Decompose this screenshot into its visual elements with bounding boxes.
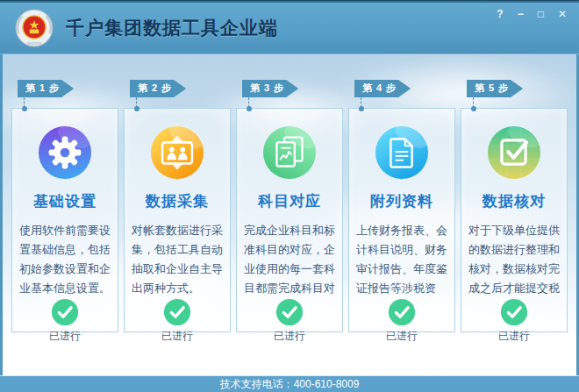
titlebar: 千户集团数据工具企业端 ? − □ ✕	[0, 1, 579, 54]
step-column-3: 第 3 步 科目对应 完成企业科目和标准科目的对应，企业使用的每一套	[236, 80, 343, 332]
step-status: 已进行	[386, 329, 418, 344]
step-2-badge: 第 2 步	[130, 80, 186, 97]
step-title: 科目对应	[258, 191, 321, 211]
check-circle-icon	[51, 298, 79, 326]
step-title: 数据采集	[146, 191, 209, 211]
step-card-data-collection[interactable]: 数据采集 对帐套数据进行采集，包括工具自动抽取和企业自主导出两种方式。 已进行	[124, 108, 231, 332]
step-column-2: 第 2 步	[124, 80, 231, 332]
app-title: 千户集团数据工具企业端	[66, 16, 278, 40]
step-description: 对于下级单位提供的数据进行整理和核对，数据核对完成之后才能提交税	[468, 221, 560, 298]
step-title: 基础设置	[33, 191, 96, 211]
close-icon[interactable]: ✕	[558, 8, 567, 20]
check-circle-icon	[388, 298, 416, 326]
step-status: 已进行	[498, 329, 530, 344]
check-circle-icon	[500, 298, 528, 326]
step-status: 已进行	[161, 329, 193, 344]
staff-card-icon	[150, 125, 204, 180]
app-window: 千户集团数据工具企业端 ? − □ ✕ 第 1 步	[0, 0, 579, 392]
gear-icon	[38, 125, 92, 180]
check-circle-icon	[275, 298, 304, 326]
step-description: 使用软件前需要设置基础信息，包括初始参数设置和企业基本信息设置。	[19, 221, 111, 298]
step-4-badge: 第 4 步	[354, 80, 411, 97]
minimize-icon[interactable]: −	[518, 8, 524, 20]
step-card-subject-mapping[interactable]: 科目对应 完成企业科目和标准科目的对应，企业使用的每一套科目都需完成科目对 已进…	[236, 108, 343, 332]
step-column-1: 第 1 步	[11, 80, 118, 332]
step-3-badge: 第 3 步	[242, 80, 298, 97]
step-title: 附列资料	[370, 191, 433, 211]
tax-emblem-logo	[14, 8, 54, 48]
step-column-5: 第 5 步 数据核对	[461, 80, 568, 332]
step-description: 完成企业科目和标准科目的对应，企业使用的每一套科目都需完成科目对	[244, 221, 335, 298]
step-card-data-verification[interactable]: 数据核对 对于下级单位提供的数据进行整理和核对，数据核对完成之后才能提交税 已进…	[461, 108, 568, 332]
step-card-attached-materials[interactable]: 附列资料 上传财务报表、会计科目说明、财务审计报告、年度鉴证报告等涉税资 已进行	[348, 108, 455, 332]
window-controls: ? − □ ✕	[497, 8, 567, 20]
step-1-badge: 第 1 步	[18, 80, 74, 97]
step-5-badge: 第 5 步	[467, 80, 523, 97]
checkbox-icon	[487, 125, 541, 180]
step-description: 上传财务报表、会计科目说明、财务审计报告、年度鉴证报告等涉税资	[356, 221, 447, 298]
steps-row: 第 1 步	[3, 54, 576, 332]
step-description: 对帐套数据进行采集，包括工具自动抽取和企业自主导出两种方式。	[132, 221, 223, 298]
check-circle-icon	[163, 298, 191, 326]
document-icon	[375, 125, 429, 180]
step-status: 已进行	[49, 329, 81, 344]
report-chart-icon	[262, 125, 317, 180]
main-content: 第 1 步	[3, 54, 576, 375]
help-icon[interactable]: ?	[497, 8, 503, 20]
support-footer: 技术支持电话：400-610-8009	[0, 375, 579, 392]
step-status: 已进行	[274, 329, 305, 344]
step-card-basic-settings[interactable]: 基础设置 使用软件前需要设置基础信息，包括初始参数设置和企业基本信息设置。 已进…	[11, 108, 118, 332]
step-title: 数据核对	[482, 191, 546, 211]
step-column-4: 第 4 步 附列资料 上传财务报表、会计科	[348, 80, 455, 332]
maximize-icon[interactable]: □	[538, 8, 544, 20]
